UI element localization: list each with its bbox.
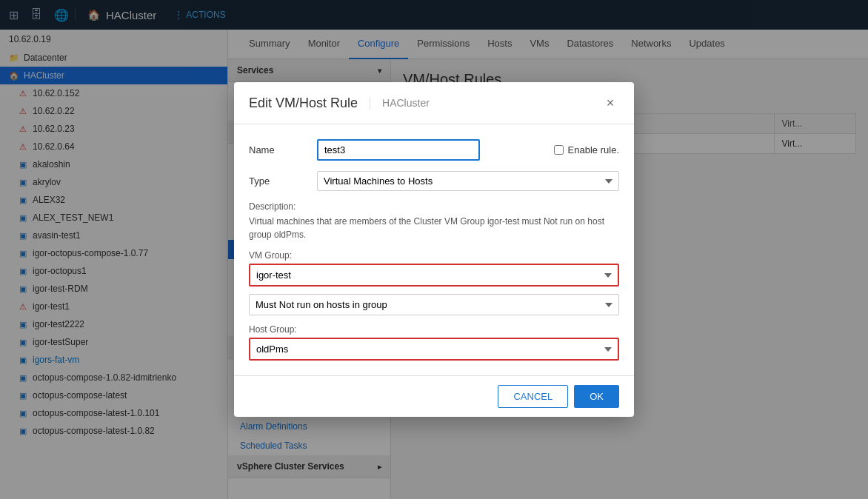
enable-rule-checkbox[interactable]	[554, 145, 564, 155]
name-input[interactable]	[317, 139, 480, 161]
close-button[interactable]: ×	[601, 94, 619, 112]
modal-overlay: Edit VM/Host Rule HACluster × Name Enabl…	[0, 0, 868, 499]
rule-select[interactable]: Must Not run on hosts in group Must run …	[249, 294, 619, 315]
cancel-button[interactable]: CANCEL	[498, 385, 568, 408]
vm-group-select[interactable]: igor-test	[249, 264, 619, 287]
name-label: Name	[249, 144, 308, 155]
description-label: Description:	[249, 201, 619, 212]
edit-vm-host-rule-modal: Edit VM/Host Rule HACluster × Name Enabl…	[234, 82, 634, 417]
type-select[interactable]: Virtual Machines to Hosts Virtual Machin…	[317, 171, 619, 191]
modal-subtitle: HACluster	[370, 97, 430, 109]
name-row: Name Enable rule.	[249, 139, 619, 161]
modal-footer: CANCEL OK	[234, 375, 634, 417]
host-group-label: Host Group:	[249, 324, 619, 335]
modal-title: Edit VM/Host Rule	[249, 96, 358, 111]
vm-group-label: VM Group:	[249, 250, 619, 261]
enable-rule-label: Enable rule.	[554, 144, 619, 155]
modal-body: Name Enable rule. Type Virtual Machines …	[234, 124, 634, 375]
modal-header: Edit VM/Host Rule HACluster ×	[234, 82, 634, 124]
type-label: Type	[249, 175, 308, 187]
type-row: Type Virtual Machines to Hosts Virtual M…	[249, 171, 619, 191]
host-group-select[interactable]: oldPms	[249, 338, 619, 361]
ok-button[interactable]: OK	[574, 385, 619, 408]
description-text: Virtual machines that are members of the…	[249, 215, 619, 241]
